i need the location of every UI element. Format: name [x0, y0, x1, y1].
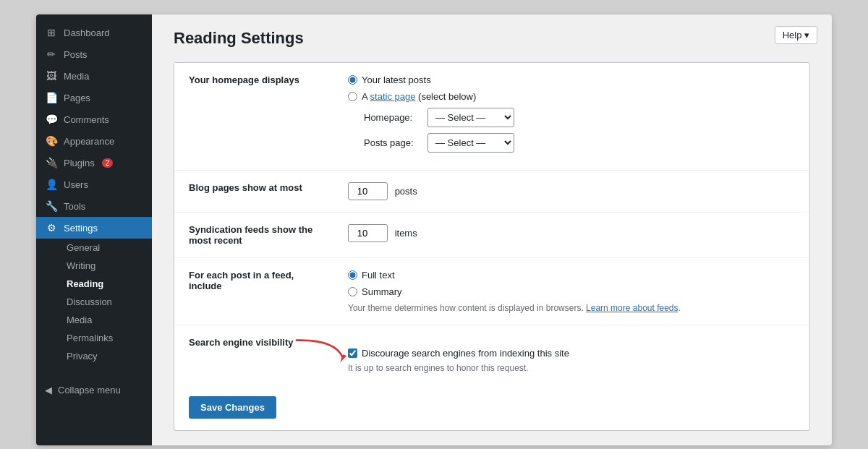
comments-icon: 💬 [45, 114, 58, 125]
main-content: Help ▾ Reading Settings Your homepage di… [152, 14, 832, 445]
submenu-permalinks[interactable]: Permalinks [46, 329, 152, 347]
sidebar-item-appearance[interactable]: 🎨 Appearance [36, 130, 152, 152]
search-visibility-description: It is up to search engines to honor this… [348, 363, 795, 373]
homepage-select-label: Homepage: [364, 112, 422, 123]
users-icon: 👤 [45, 179, 58, 190]
latest-posts-radio[interactable] [348, 75, 357, 85]
learn-more-link[interactable]: Learn more about feeds [586, 303, 678, 313]
sidebar-item-posts[interactable]: ✏ Posts [36, 43, 152, 65]
summary-label: Summary [362, 286, 402, 297]
pages-icon: 📄 [45, 92, 58, 103]
full-text-option: Full text [348, 270, 795, 281]
sidebar-item-media[interactable]: 🖼 Media [36, 65, 152, 87]
tools-icon: 🔧 [45, 200, 58, 212]
feed-description: Your theme determines how content is dis… [348, 303, 795, 313]
sidebar: ⊞ Dashboard ✏ Posts 🖼 Media 📄 Pages 💬 Co… [36, 14, 152, 445]
dashboard-icon: ⊞ [45, 27, 58, 38]
sidebar-item-comments[interactable]: 💬 Comments [36, 108, 152, 130]
sidebar-item-tools[interactable]: 🔧 Tools [36, 195, 152, 217]
full-text-label: Full text [362, 270, 395, 281]
sidebar-item-plugins[interactable]: 🔌 Plugins 2 [36, 152, 152, 174]
submenu-media-sub[interactable]: Media [46, 311, 152, 329]
summary-option: Summary [348, 286, 795, 297]
blog-pages-input[interactable] [348, 182, 388, 200]
latest-posts-label: Your latest posts [362, 74, 431, 85]
plugins-icon: 🔌 [45, 157, 58, 168]
static-page-label: A static page (select below) [362, 91, 476, 102]
static-page-radio[interactable] [348, 92, 357, 101]
blog-pages-unit: posts [395, 186, 417, 197]
sidebar-item-pages[interactable]: 📄 Pages [36, 87, 152, 108]
page-title: Reading Settings [174, 29, 810, 48]
posts-icon: ✏ [45, 48, 58, 60]
syndication-row: Syndication feeds show the most recent i… [174, 213, 809, 258]
sidebar-bottom: ◀ Collapse menu [36, 380, 152, 401]
homepage-select-row: Homepage: — Select — [364, 108, 795, 127]
search-visibility-row: Search engine visibility [174, 325, 809, 385]
search-visibility-cell: Discourage search engines from indexing … [333, 325, 809, 385]
submenu-discussion[interactable]: Discussion [46, 293, 152, 311]
submenu-general[interactable]: General [46, 239, 152, 257]
red-arrow-annotation [290, 335, 348, 371]
feed-include-row: For each post in a feed, include Full te… [174, 258, 809, 325]
static-page-link[interactable]: static page [370, 91, 416, 102]
appearance-icon: 🎨 [45, 135, 58, 147]
full-text-radio[interactable] [348, 270, 357, 280]
help-button[interactable]: Help ▾ [775, 26, 817, 44]
blog-pages-row: Blog pages show at most posts [174, 171, 809, 213]
sidebar-item-users[interactable]: 👤 Users [36, 174, 152, 195]
discourage-engines-option: Discourage search engines from indexing … [348, 348, 795, 359]
syndication-label: Syndication feeds show the most recent [174, 213, 333, 258]
homepage-cell: Your latest posts A static page (select … [333, 63, 809, 171]
summary-radio[interactable] [348, 287, 357, 296]
collapse-menu-button[interactable]: ◀ Collapse menu [36, 380, 152, 401]
posts-page-label: Posts page: [364, 137, 422, 148]
discourage-engines-label: Discourage search engines from indexing … [362, 348, 569, 359]
posts-page-select[interactable]: — Select — [427, 133, 514, 153]
homepage-label: Your homepage displays [174, 63, 333, 171]
collapse-icon: ◀ [45, 385, 52, 395]
homepage-select[interactable]: — Select — [427, 108, 514, 127]
syndication-cell: items [333, 213, 809, 258]
blog-pages-cell: posts [333, 171, 809, 213]
settings-form: Your homepage displays Your latest posts… [174, 62, 810, 431]
posts-page-select-row: Posts page: — Select — [364, 133, 795, 153]
static-page-option: A static page (select below) [348, 91, 795, 102]
submenu-writing[interactable]: Writing [46, 257, 152, 275]
settings-icon: ⚙ [45, 222, 58, 234]
submenu-reading[interactable]: Reading [46, 275, 152, 293]
form-table: Your homepage displays Your latest posts… [174, 63, 809, 385]
save-changes-button[interactable]: Save Changes [189, 396, 276, 419]
plugins-badge: 2 [102, 158, 114, 168]
media-icon: 🖼 [45, 70, 58, 82]
syndication-unit: items [395, 228, 417, 239]
settings-submenu: General Writing Reading Discussion Media… [36, 239, 152, 365]
app-window: ⊞ Dashboard ✏ Posts 🖼 Media 📄 Pages 💬 Co… [36, 14, 832, 445]
blog-pages-label: Blog pages show at most [174, 171, 333, 213]
sidebar-item-settings[interactable]: ⚙ Settings [36, 217, 152, 239]
feed-include-label: For each post in a feed, include [174, 258, 333, 325]
sidebar-item-dashboard[interactable]: ⊞ Dashboard [36, 22, 152, 43]
feed-include-cell: Full text Summary Your theme determines … [333, 258, 809, 325]
homepage-row: Your homepage displays Your latest posts… [174, 63, 809, 171]
submenu-privacy[interactable]: Privacy [46, 347, 152, 365]
syndication-input[interactable] [348, 224, 388, 242]
discourage-engines-checkbox[interactable] [348, 348, 357, 358]
latest-posts-option: Your latest posts [348, 74, 795, 85]
